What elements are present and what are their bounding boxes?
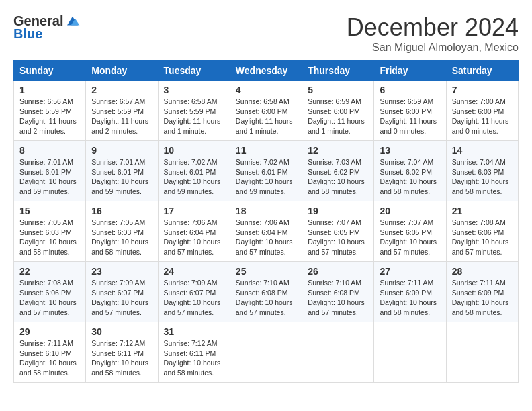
day-header-tuesday: Tuesday bbox=[158, 61, 230, 81]
logo-blue-text: Blue bbox=[13, 26, 42, 42]
calendar-day-cell: 24Sunrise: 7:09 AMSunset: 6:07 PMDayligh… bbox=[158, 262, 230, 322]
day-info: Sunrise: 7:07 AMSunset: 6:05 PMDaylight:… bbox=[380, 218, 440, 257]
calendar-day-cell: 30Sunrise: 7:12 AMSunset: 6:11 PMDayligh… bbox=[86, 322, 158, 383]
day-info: Sunrise: 6:59 AMSunset: 6:00 PMDaylight:… bbox=[308, 97, 368, 136]
location-subtitle: San Miguel Almoloyan, Mexico bbox=[347, 42, 519, 54]
day-number: 8 bbox=[19, 145, 80, 156]
day-info: Sunrise: 7:08 AMSunset: 6:06 PMDaylight:… bbox=[19, 278, 80, 318]
day-number: 2 bbox=[91, 85, 152, 95]
calendar-day-cell: 23Sunrise: 7:09 AMSunset: 6:07 PMDayligh… bbox=[86, 262, 158, 322]
day-info: Sunrise: 7:09 AMSunset: 6:07 PMDaylight:… bbox=[91, 278, 152, 318]
day-info: Sunrise: 7:02 AMSunset: 6:01 PMDaylight:… bbox=[164, 157, 224, 197]
calendar-week-row: 22Sunrise: 7:08 AMSunset: 6:06 PMDayligh… bbox=[14, 262, 519, 322]
calendar-day-cell: 8Sunrise: 7:01 AMSunset: 6:01 PMDaylight… bbox=[14, 141, 86, 201]
calendar-day-cell: 5Sunrise: 6:59 AMSunset: 6:00 PMDaylight… bbox=[302, 81, 374, 141]
logo-icon bbox=[64, 15, 81, 28]
calendar-header-row: SundayMondayTuesdayWednesdayThursdayFrid… bbox=[14, 61, 519, 81]
day-header-sunday: Sunday bbox=[14, 61, 86, 81]
day-info: Sunrise: 7:04 AMSunset: 6:02 PMDaylight:… bbox=[380, 157, 440, 197]
calendar-week-row: 15Sunrise: 7:05 AMSunset: 6:03 PMDayligh… bbox=[14, 201, 519, 262]
day-header-monday: Monday bbox=[86, 61, 158, 81]
day-number: 31 bbox=[164, 326, 224, 337]
calendar-day-cell: 1Sunrise: 6:56 AMSunset: 5:59 PMDaylight… bbox=[14, 81, 86, 141]
day-number: 9 bbox=[91, 145, 152, 156]
day-number: 14 bbox=[452, 145, 513, 156]
calendar-day-cell: 27Sunrise: 7:11 AMSunset: 6:09 PMDayligh… bbox=[374, 262, 446, 322]
day-info: Sunrise: 7:04 AMSunset: 6:03 PMDaylight:… bbox=[452, 157, 513, 197]
day-number: 23 bbox=[91, 266, 152, 277]
calendar-day-cell: 12Sunrise: 7:03 AMSunset: 6:02 PMDayligh… bbox=[302, 141, 374, 201]
day-header-saturday: Saturday bbox=[446, 61, 518, 81]
calendar-day-cell: 9Sunrise: 7:01 AMSunset: 6:01 PMDaylight… bbox=[86, 141, 158, 201]
day-number: 7 bbox=[452, 85, 513, 95]
day-info: Sunrise: 7:03 AMSunset: 6:02 PMDaylight:… bbox=[308, 157, 368, 197]
day-info: Sunrise: 7:00 AMSunset: 6:00 PMDaylight:… bbox=[452, 97, 513, 136]
day-info: Sunrise: 7:07 AMSunset: 6:05 PMDaylight:… bbox=[308, 218, 368, 257]
calendar-day-cell: 13Sunrise: 7:04 AMSunset: 6:02 PMDayligh… bbox=[374, 141, 446, 201]
day-info: Sunrise: 7:06 AMSunset: 6:04 PMDaylight:… bbox=[236, 218, 296, 257]
calendar-day-cell: 17Sunrise: 7:06 AMSunset: 6:04 PMDayligh… bbox=[158, 201, 230, 262]
day-info: Sunrise: 6:58 AMSunset: 6:00 PMDaylight:… bbox=[236, 97, 296, 136]
day-info: Sunrise: 7:05 AMSunset: 6:03 PMDaylight:… bbox=[19, 218, 80, 257]
calendar-day-cell: 6Sunrise: 6:59 AMSunset: 6:00 PMDaylight… bbox=[374, 81, 446, 141]
day-number: 19 bbox=[308, 205, 368, 216]
calendar-day-cell: 16Sunrise: 7:05 AMSunset: 6:03 PMDayligh… bbox=[86, 201, 158, 262]
day-number: 13 bbox=[380, 145, 440, 156]
calendar-day-cell: 3Sunrise: 6:58 AMSunset: 5:59 PMDaylight… bbox=[158, 81, 230, 141]
calendar-day-cell: 31Sunrise: 7:12 AMSunset: 6:11 PMDayligh… bbox=[158, 322, 230, 383]
day-number: 6 bbox=[380, 85, 440, 95]
day-number: 26 bbox=[308, 266, 368, 277]
calendar-week-row: 29Sunrise: 7:11 AMSunset: 6:10 PMDayligh… bbox=[14, 322, 519, 383]
day-number: 16 bbox=[91, 205, 152, 216]
calendar-day-cell: 25Sunrise: 7:10 AMSunset: 6:08 PMDayligh… bbox=[230, 262, 302, 322]
day-info: Sunrise: 7:01 AMSunset: 6:01 PMDaylight:… bbox=[19, 157, 80, 197]
title-section: December 2024 San Miguel Almoloyan, Mexi… bbox=[347, 13, 519, 54]
logo: General Blue bbox=[13, 13, 81, 42]
day-info: Sunrise: 7:12 AMSunset: 6:11 PMDaylight:… bbox=[91, 338, 152, 378]
calendar-week-row: 1Sunrise: 6:56 AMSunset: 5:59 PMDaylight… bbox=[14, 81, 519, 141]
calendar-day-cell: 11Sunrise: 7:02 AMSunset: 6:01 PMDayligh… bbox=[230, 141, 302, 201]
empty-cell bbox=[446, 322, 518, 383]
calendar-day-cell: 4Sunrise: 6:58 AMSunset: 6:00 PMDaylight… bbox=[230, 81, 302, 141]
day-number: 10 bbox=[164, 145, 224, 156]
day-info: Sunrise: 7:02 AMSunset: 6:01 PMDaylight:… bbox=[236, 157, 296, 197]
calendar-day-cell: 18Sunrise: 7:06 AMSunset: 6:04 PMDayligh… bbox=[230, 201, 302, 262]
day-header-thursday: Thursday bbox=[302, 61, 374, 81]
day-number: 11 bbox=[236, 145, 296, 156]
calendar-table: SundayMondayTuesdayWednesdayThursdayFrid… bbox=[13, 60, 519, 383]
calendar-day-cell: 15Sunrise: 7:05 AMSunset: 6:03 PMDayligh… bbox=[14, 201, 86, 262]
empty-cell bbox=[302, 322, 374, 383]
day-info: Sunrise: 7:12 AMSunset: 6:11 PMDaylight:… bbox=[164, 338, 224, 378]
day-number: 24 bbox=[164, 266, 224, 277]
calendar-day-cell: 14Sunrise: 7:04 AMSunset: 6:03 PMDayligh… bbox=[446, 141, 518, 201]
day-info: Sunrise: 6:57 AMSunset: 5:59 PMDaylight:… bbox=[91, 97, 152, 136]
day-number: 12 bbox=[308, 145, 368, 156]
calendar-day-cell: 26Sunrise: 7:10 AMSunset: 6:08 PMDayligh… bbox=[302, 262, 374, 322]
day-info: Sunrise: 7:05 AMSunset: 6:03 PMDaylight:… bbox=[91, 218, 152, 257]
month-title: December 2024 bbox=[347, 13, 519, 42]
day-info: Sunrise: 7:06 AMSunset: 6:04 PMDaylight:… bbox=[164, 218, 224, 257]
day-header-wednesday: Wednesday bbox=[230, 61, 302, 81]
day-number: 5 bbox=[308, 85, 368, 95]
empty-cell bbox=[230, 322, 302, 383]
calendar-day-cell: 21Sunrise: 7:08 AMSunset: 6:06 PMDayligh… bbox=[446, 201, 518, 262]
day-info: Sunrise: 7:10 AMSunset: 6:08 PMDaylight:… bbox=[236, 278, 296, 318]
day-info: Sunrise: 7:11 AMSunset: 6:09 PMDaylight:… bbox=[452, 278, 513, 318]
day-number: 1 bbox=[19, 85, 80, 95]
calendar-day-cell: 22Sunrise: 7:08 AMSunset: 6:06 PMDayligh… bbox=[14, 262, 86, 322]
calendar-week-row: 8Sunrise: 7:01 AMSunset: 6:01 PMDaylight… bbox=[14, 141, 519, 201]
day-info: Sunrise: 6:58 AMSunset: 5:59 PMDaylight:… bbox=[164, 97, 224, 136]
day-info: Sunrise: 7:10 AMSunset: 6:08 PMDaylight:… bbox=[308, 278, 368, 318]
day-number: 21 bbox=[452, 205, 513, 216]
day-info: Sunrise: 7:09 AMSunset: 6:07 PMDaylight:… bbox=[164, 278, 224, 318]
page-header: General Blue December 2024 San Miguel Al… bbox=[13, 13, 519, 54]
day-number: 18 bbox=[236, 205, 296, 216]
calendar-day-cell: 19Sunrise: 7:07 AMSunset: 6:05 PMDayligh… bbox=[302, 201, 374, 262]
day-number: 4 bbox=[236, 85, 296, 95]
empty-cell bbox=[374, 322, 446, 383]
day-info: Sunrise: 7:08 AMSunset: 6:06 PMDaylight:… bbox=[452, 218, 513, 257]
day-number: 20 bbox=[380, 205, 440, 216]
day-info: Sunrise: 7:11 AMSunset: 6:10 PMDaylight:… bbox=[19, 338, 80, 378]
calendar-day-cell: 7Sunrise: 7:00 AMSunset: 6:00 PMDaylight… bbox=[446, 81, 518, 141]
calendar-day-cell: 29Sunrise: 7:11 AMSunset: 6:10 PMDayligh… bbox=[14, 322, 86, 383]
